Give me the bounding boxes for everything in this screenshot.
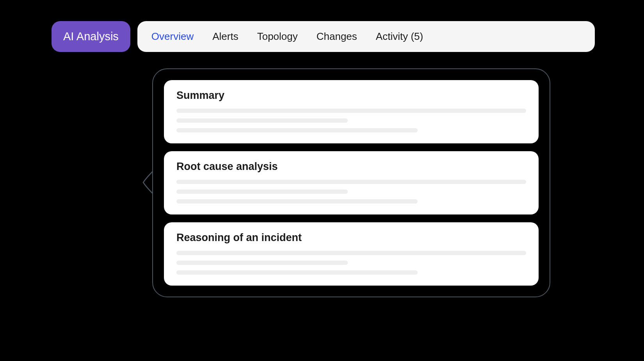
card-summary: Summary (164, 80, 539, 143)
tab-activity[interactable]: Activity (5) (376, 30, 423, 43)
speech-bubble-tail-icon (142, 171, 153, 194)
skeleton-line (176, 251, 526, 255)
skeleton-line (176, 180, 526, 184)
skeleton-line (176, 128, 418, 132)
tab-changes[interactable]: Changes (317, 30, 357, 43)
skeleton-line (176, 261, 348, 265)
skeleton-line (176, 109, 526, 113)
card-root-cause: Root cause analysis (164, 151, 539, 214)
skeleton-line (176, 189, 348, 194)
card-title: Reasoning of an incident (176, 232, 526, 244)
card-title: Root cause analysis (176, 161, 526, 173)
tabs-bar: Overview Alerts Topology Changes Activit… (137, 21, 595, 52)
skeleton-line (176, 270, 418, 275)
skeleton-line (176, 118, 348, 123)
tab-topology[interactable]: Topology (257, 30, 298, 43)
ai-analysis-button[interactable]: AI Analysis (52, 21, 130, 52)
tab-alerts[interactable]: Alerts (212, 30, 238, 43)
tab-overview[interactable]: Overview (151, 30, 194, 43)
analysis-bubble: Summary Root cause analysis Reasoning of… (152, 68, 550, 297)
card-title: Summary (176, 89, 526, 102)
skeleton-line (176, 199, 418, 204)
card-reasoning: Reasoning of an incident (164, 222, 539, 286)
